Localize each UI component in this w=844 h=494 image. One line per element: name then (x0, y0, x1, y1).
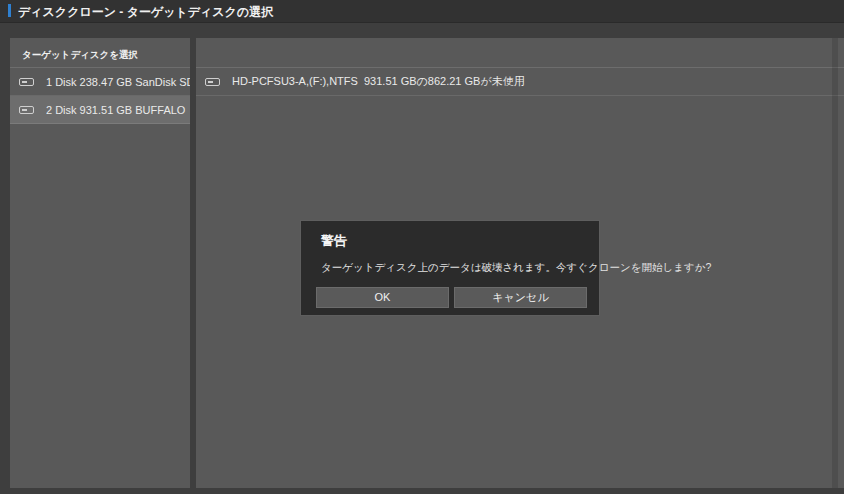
disk-list: 1 Disk 238.47 GB SanDisk SD9SN8W-2 2 Dis… (10, 68, 190, 124)
target-disk-panel: ターゲットディスクを選択 1 Disk 238.47 GB SanDisk SD… (10, 38, 190, 488)
title-accent-bar (8, 4, 11, 17)
disk-list-item-2-selected[interactable]: 2 Disk 931.51 GB BUFFALO Portable H (10, 96, 190, 124)
scrollbar-track (832, 38, 838, 488)
ok-button[interactable]: OK (316, 287, 449, 308)
disk-label: 2 Disk 931.51 GB BUFFALO Portable H (46, 104, 190, 116)
cancel-button[interactable]: キャンセル (454, 287, 587, 308)
warning-dialog: 警告 ターゲットディスク上のデータは破壊されます。今すぐクローンを開始しますか?… (300, 220, 600, 316)
title-bar: ディスククローン - ターゲットディスクの選択 (0, 0, 844, 23)
partition-panel-header-spacer (196, 38, 844, 68)
disk-icon (19, 106, 34, 114)
partition-list: HD-PCFSU3-A,(F:),NTFS 931.51 GBの862.21 G… (196, 68, 844, 96)
disk-label: 1 Disk 238.47 GB SanDisk SD9SN8W-2 (46, 76, 190, 88)
target-disk-panel-header: ターゲットディスクを選択 (10, 38, 190, 68)
disk-icon (205, 78, 220, 86)
disk-icon (19, 78, 34, 86)
dialog-button-row: OK キャンセル (316, 287, 587, 308)
dialog-title: 警告 (321, 232, 347, 250)
page-title: ディスククローン - ターゲットディスクの選択 (18, 4, 273, 21)
dialog-message: ターゲットディスク上のデータは破壊されます。今すぐクローンを開始しますか? (321, 261, 589, 275)
partition-row: HD-PCFSU3-A,(F:),NTFS 931.51 GBの862.21 G… (196, 68, 844, 96)
disk-list-item-1[interactable]: 1 Disk 238.47 GB SanDisk SD9SN8W-2 (10, 68, 190, 96)
partition-label: HD-PCFSU3-A,(F:),NTFS 931.51 GBの862.21 G… (232, 74, 525, 89)
